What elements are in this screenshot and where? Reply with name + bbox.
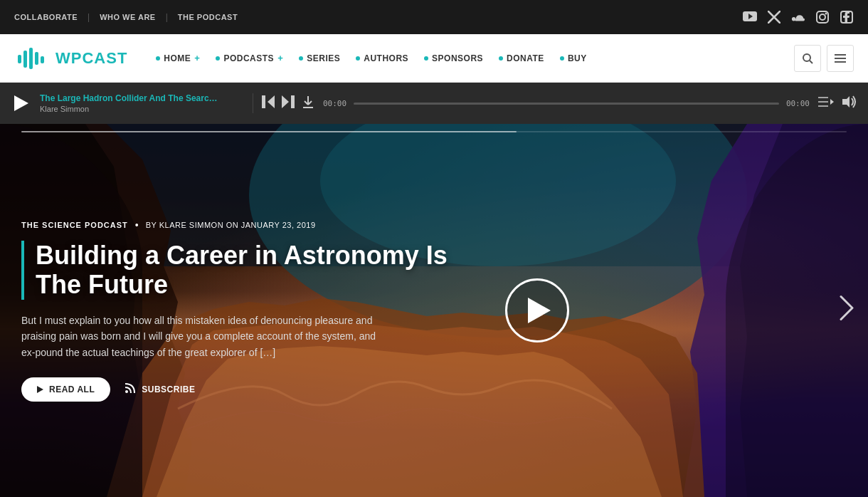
nav-dot [560,56,564,61]
top-nav-collaborate[interactable]: COLLABORATE [14,13,88,21]
social-links [743,10,854,24]
svg-point-5 [825,13,827,15]
main-menu: HOME + PODCASTS + SERIES AUTHORS SPONSOR… [149,53,794,63]
player-prev-button[interactable] [262,95,275,112]
hero-next-button[interactable] [840,295,854,326]
svg-marker-21 [282,95,289,108]
nav-home-label: HOME [164,53,191,63]
main-navigation: WPCAST HOME + PODCASTS + SERIES AUTHORS … [0,34,868,83]
hero-title: Building a Career in Astronomy Is The Fu… [36,241,477,300]
nav-podcasts[interactable]: PODCASTS + [208,53,290,63]
hero-buttons: READ ALL SUBSCRIBE [21,377,477,402]
logo-cast: CAST [82,49,127,67]
audio-player: The Large Hadron Collider And The Searc…… [0,83,868,124]
svg-rect-9 [23,51,27,68]
svg-line-14 [810,61,813,63]
player-download-button[interactable] [302,95,314,113]
subscribe-label: SUBSCRIBE [142,384,195,394]
current-time: 00:00 [323,99,346,108]
track-author: Klare Simmon [40,105,241,113]
nav-dot [356,56,360,61]
nav-series-label: SERIES [307,53,340,63]
top-bar: COLLABORATE | WHO WE ARE | THE PODCAST [0,0,868,34]
logo-wp: WP [55,49,82,67]
svg-point-13 [803,54,810,61]
track-title: The Large Hadron Collider And The Searc… [40,93,241,103]
player-next-button[interactable] [282,95,295,112]
progress-track[interactable] [354,103,779,105]
nav-buy[interactable]: BUY [553,53,594,63]
subscribe-button[interactable]: SUBSCRIBE [125,382,195,397]
nav-sponsors[interactable]: SPONSORS [417,53,490,63]
read-all-button[interactable]: READ ALL [21,377,110,402]
nav-dot [499,56,503,61]
nav-authors-label: AUTHORS [364,53,408,63]
facebook-icon[interactable] [840,10,854,24]
top-nav-podcast[interactable]: THE PODCAST [168,13,248,21]
category-label: THE SCIENCE PODCAST [21,221,128,229]
player-playlist-button[interactable] [818,95,834,112]
read-all-label: READ ALL [49,384,95,394]
hero-section: THE SCIENCE PODCAST • BY KLARE SIMMON ON… [0,124,868,497]
nav-dot [299,56,303,61]
hero-play-button[interactable] [505,278,569,342]
svg-rect-11 [35,52,38,65]
svg-rect-10 [29,48,33,69]
player-progress: 00:00 00:00 [323,99,810,108]
svg-marker-19 [268,95,275,108]
nav-dot [424,56,428,61]
logo-icon [14,41,50,76]
svg-marker-18 [14,95,28,111]
player-volume-button[interactable] [842,95,857,112]
total-time: 00:00 [786,99,810,108]
instagram-icon[interactable] [815,10,830,24]
svg-rect-12 [41,56,44,63]
player-right-controls [818,95,857,112]
category-author: BY KLARE SIMMON ON JANUARY 23, 2019 [146,221,316,229]
svg-point-4 [820,14,825,20]
nav-home[interactable]: HOME + [149,53,207,63]
rss-icon [125,382,136,397]
hero-category: THE SCIENCE PODCAST • BY KLARE SIMMON ON… [21,219,477,231]
player-play-button[interactable] [11,93,31,113]
twitter-x-icon[interactable] [767,10,781,24]
svg-marker-28 [842,96,850,108]
menu-button[interactable] [827,45,854,72]
youtube-icon[interactable] [743,10,757,24]
svg-rect-20 [262,95,265,108]
nav-actions [794,45,854,72]
soundcloud-icon[interactable] [791,10,805,24]
hero-content: THE SCIENCE PODCAST • BY KLARE SIMMON ON… [0,124,498,497]
nav-donate-label: DONATE [507,53,544,63]
logo-text: WPCAST [55,49,127,68]
hero-excerpt: But I must explain to you how all this m… [21,313,377,360]
player-controls [262,95,314,113]
nav-series[interactable]: SERIES [292,53,347,63]
svg-rect-8 [18,55,21,63]
nav-donate[interactable]: DONATE [492,53,551,63]
search-button[interactable] [794,45,821,72]
svg-marker-27 [830,99,834,105]
svg-rect-22 [291,95,295,108]
top-nav-who-we-are[interactable]: WHO WE ARE [90,13,166,21]
nav-home-plus: + [194,53,200,63]
nav-sponsors-label: SPONSORS [432,53,483,63]
hero-title-wrapper: Building a Career in Astronomy Is The Fu… [21,241,477,300]
nav-podcasts-plus: + [277,53,283,63]
play-triangle-icon [37,386,43,393]
svg-point-32 [125,390,128,393]
nav-dot [156,56,160,61]
nav-dot [216,56,220,61]
hero-play-triangle-icon [528,298,551,323]
track-info: The Large Hadron Collider And The Searc…… [40,93,253,113]
category-separator: • [135,219,139,231]
top-navigation: COLLABORATE | WHO WE ARE | THE PODCAST [14,12,248,22]
nav-podcasts-label: PODCASTS [223,53,274,63]
logo[interactable]: WPCAST [14,41,127,76]
nav-buy-label: BUY [568,53,587,63]
nav-authors[interactable]: AUTHORS [349,53,416,63]
